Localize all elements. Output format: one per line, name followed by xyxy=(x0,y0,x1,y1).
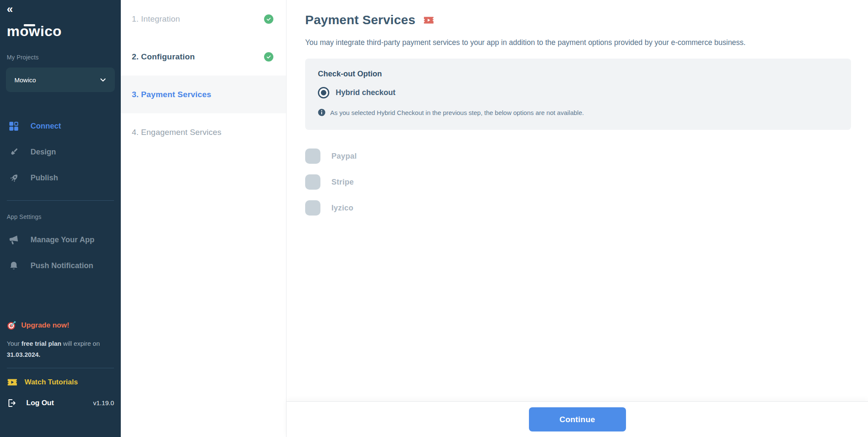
page-title: Payment Services xyxy=(305,13,415,27)
trial-expiry-note: Your free trial plan will expire on 31.0… xyxy=(7,338,114,360)
app-settings-label: App Settings xyxy=(7,213,121,220)
step-engagement-services[interactable]: 4. Engagement Services xyxy=(121,113,286,151)
payment-option-iyzico: Iyzico xyxy=(305,200,851,216)
sidebar-item-label: Connect xyxy=(31,122,61,131)
stripe-label: Stripe xyxy=(331,178,354,187)
logout-label: Log Out xyxy=(26,399,54,407)
page-description: You may integrate third-party payment se… xyxy=(305,38,851,47)
watch-tutorials-link[interactable]: Watch Tutorials xyxy=(7,378,121,387)
main-content: Payment Services You may integrate third… xyxy=(287,0,868,437)
check-icon xyxy=(264,52,273,62)
sidebar-item-design[interactable]: Design xyxy=(0,139,121,165)
checkout-info-text: As you selected Hybrid Checkout in the p… xyxy=(330,109,584,116)
double-chevron-left-icon: « xyxy=(7,3,13,15)
sidebar-item-label: Design xyxy=(31,148,56,157)
info-icon xyxy=(318,109,326,116)
hybrid-checkout-radio[interactable] xyxy=(318,87,329,98)
project-select[interactable]: Mowico xyxy=(6,67,115,92)
upgrade-now-label: Upgrade now! xyxy=(21,321,69,330)
my-projects-label: My Projects xyxy=(7,54,121,61)
step-label: 3. Payment Services xyxy=(132,90,211,99)
hybrid-checkout-label: Hybrid checkout xyxy=(336,88,395,97)
step-payment-services[interactable]: 3. Payment Services xyxy=(121,76,286,113)
megaphone-icon xyxy=(8,235,19,246)
sidebar-item-label: Manage Your App xyxy=(31,235,95,244)
stripe-checkbox xyxy=(305,174,320,190)
check-icon xyxy=(264,14,273,24)
upgrade-now-link[interactable]: Upgrade now! xyxy=(7,320,121,331)
payment-options-list: Paypal Stripe Iyzico xyxy=(305,148,851,216)
sidebar-divider xyxy=(7,200,114,201)
paypal-checkbox xyxy=(305,148,320,164)
step-integration[interactable]: 1. Integration xyxy=(121,0,286,38)
primary-nav: Connect Design xyxy=(0,113,121,191)
sidebar-item-manage-your-app[interactable]: Manage Your App xyxy=(0,227,121,253)
step-label: 1. Integration xyxy=(132,14,180,24)
logout-button[interactable]: Log Out v1.19.0 xyxy=(7,398,114,408)
payment-option-paypal: Paypal xyxy=(305,148,851,164)
sidebar-divider xyxy=(7,368,114,368)
sidebar-item-label: Publish xyxy=(31,174,58,182)
sidebar: « mowico My Projects Mowico Connect xyxy=(0,0,121,437)
iyzico-label: Iyzico xyxy=(331,204,353,213)
rocket-icon xyxy=(8,173,19,184)
paypal-label: Paypal xyxy=(331,152,357,161)
wizard-steps-panel: 1. Integration 2. Configuration 3. Payme… xyxy=(121,0,287,437)
chevron-down-icon xyxy=(99,76,107,84)
grid-icon xyxy=(8,121,19,132)
version-label: v1.19.0 xyxy=(93,399,114,406)
checkout-option-heading: Check-out Option xyxy=(318,70,838,78)
sidebar-item-push-notification[interactable]: Push Notification xyxy=(0,253,121,279)
video-tutorial-icon[interactable] xyxy=(423,15,434,25)
sidebar-item-connect[interactable]: Connect xyxy=(0,113,121,139)
payment-option-stripe: Stripe xyxy=(305,174,851,190)
wizard-footer: Continue xyxy=(287,401,868,437)
step-configuration[interactable]: 2. Configuration xyxy=(121,38,286,76)
continue-button[interactable]: Continue xyxy=(529,407,626,431)
video-ticket-icon xyxy=(7,378,18,387)
sidebar-item-label: Push Notification xyxy=(31,261,93,270)
step-label: 4. Engagement Services xyxy=(132,128,221,137)
mowico-logo: mowico xyxy=(7,23,62,39)
collapse-sidebar-button[interactable]: « xyxy=(7,3,21,14)
paintbrush-icon xyxy=(8,147,19,158)
step-label: 2. Configuration xyxy=(132,52,195,62)
settings-nav: Manage Your App Push Notification xyxy=(0,227,121,279)
target-icon xyxy=(7,320,17,331)
checkout-option-card: Check-out Option Hybrid checkout As you … xyxy=(305,59,851,130)
project-select-value: Mowico xyxy=(14,76,36,84)
sidebar-item-publish[interactable]: Publish xyxy=(0,165,121,191)
watch-tutorials-label: Watch Tutorials xyxy=(25,378,78,387)
logout-icon xyxy=(7,398,17,408)
bell-icon xyxy=(8,261,19,272)
iyzico-checkbox xyxy=(305,200,320,216)
